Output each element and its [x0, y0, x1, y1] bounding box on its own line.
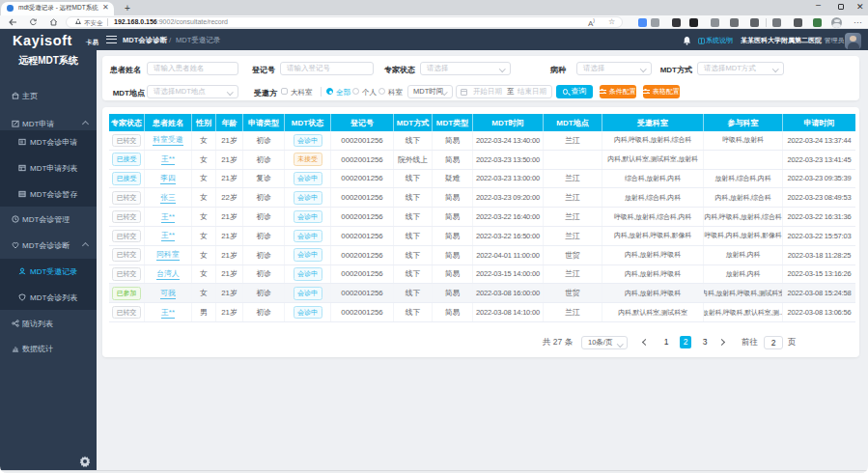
sidebar-item-shield[interactable]: MDT会诊列表: [0, 284, 97, 310]
patient-name-link[interactable]: 李四: [160, 173, 176, 184]
column-header[interactable]: MDT时间: [473, 114, 544, 131]
table-cell: 女: [192, 246, 216, 264]
patient-name-link[interactable]: 王**: [161, 211, 175, 223]
window-restore-button[interactable]: [838, 4, 844, 10]
table-row[interactable]: 已转交王**女21岁初诊会诊中0002001256线下简易2022-03-22 …: [109, 227, 855, 246]
read-aloud-icon[interactable]: A): [588, 17, 595, 28]
extension-icon[interactable]: [672, 18, 681, 27]
tab-close-icon[interactable]: ✕: [102, 3, 109, 12]
condition-config-button[interactable]: 条件配置: [600, 85, 636, 98]
extension-icon[interactable]: [813, 18, 822, 27]
table-row[interactable]: 已转交张三女22岁初诊会诊中0002001256线下简易2022-03-23 0…: [109, 188, 855, 208]
browser-menu-icon[interactable]: ⋯: [854, 17, 862, 27]
big-dept-checkbox-label[interactable]: 大科室: [291, 88, 313, 97]
back-icon[interactable]: [9, 18, 17, 26]
extension-icon[interactable]: [689, 18, 698, 27]
sidebar-item-rows[interactable]: MDT会诊暂存: [0, 181, 97, 208]
date-range-input[interactable]: 开始日期 至 结束日期: [456, 85, 552, 98]
radio-dept[interactable]: [378, 88, 385, 95]
disease-select[interactable]: 请选择: [576, 62, 652, 75]
window-close-button[interactable]: ✕: [856, 2, 864, 12]
table-row[interactable]: 已转交同科室女21岁初诊会诊中0002001256线下简易2022-04-01 …: [109, 246, 855, 265]
radio-personal[interactable]: [352, 88, 359, 95]
big-dept-checkbox[interactable]: [281, 88, 288, 95]
column-header[interactable]: MDT地点: [544, 114, 602, 131]
table-cell: 会诊中: [285, 208, 331, 226]
radio-dept-label[interactable]: 科室: [388, 88, 403, 97]
column-header[interactable]: 参与科室: [704, 114, 783, 131]
column-header[interactable]: MDT方式: [394, 114, 433, 131]
extension-icon[interactable]: [772, 18, 781, 27]
sidebar-item-heart[interactable]: MDT会诊诊断: [0, 233, 97, 259]
patient-name-link[interactable]: 王**: [161, 153, 175, 165]
extension-icon[interactable]: [730, 18, 739, 27]
page-number-2[interactable]: 2: [680, 336, 691, 348]
patient-name-link[interactable]: 台湾人: [156, 268, 179, 280]
table-row[interactable]: 已转交科室受邀女21岁初诊会诊中0002001256线下简易2022-03-24…: [109, 131, 855, 151]
patient-name-link[interactable]: 科室受邀: [153, 134, 182, 146]
page-number-3[interactable]: 3: [699, 337, 711, 347]
extension-icon[interactable]: [750, 18, 759, 27]
sidebar-item-chart[interactable]: 数据统计: [0, 336, 97, 362]
table-row[interactable]: 已接受王**女21岁初诊未接受0002001256院外线上简易2022-03-2…: [109, 151, 855, 170]
column-header[interactable]: MDT类型: [433, 114, 473, 131]
table-cell: 已转交: [109, 208, 145, 226]
sidebar-item-form[interactable]: MDT会诊申请: [0, 129, 97, 155]
sidebar-item-user[interactable]: MDT受邀记录: [0, 259, 97, 285]
patient-name-input[interactable]: 请输入患者姓名: [147, 62, 238, 75]
patient-name-link[interactable]: 同科室: [156, 249, 179, 261]
expert-status-select[interactable]: 请选择: [420, 62, 511, 75]
home-icon[interactable]: [49, 18, 58, 26]
reg-no-input[interactable]: 请输入登记号: [280, 62, 374, 75]
table-row[interactable]: 已接受李四女21岁复诊会诊中0002001256线下疑难2022-03-23 1…: [109, 170, 855, 189]
radio-personal-label[interactable]: 个人: [362, 88, 377, 97]
patient-name-link[interactable]: 张三: [160, 192, 176, 204]
table-row[interactable]: 已参加可我女21岁初诊会诊中0002001256线下简易2022-03-08 1…: [109, 284, 855, 303]
time-type-select[interactable]: MDT时间: [407, 85, 453, 98]
search-button[interactable]: 查询: [556, 85, 593, 98]
system-info-link[interactable]: 系统说明: [706, 36, 733, 45]
column-header[interactable]: 性别: [192, 114, 216, 131]
column-header[interactable]: MDT状态: [285, 114, 331, 131]
patient-name-link[interactable]: 可我: [160, 288, 176, 299]
sidebar-collapse-icon[interactable]: [106, 36, 117, 44]
patient-name-link[interactable]: 王**: [161, 230, 175, 241]
settings-gear-icon[interactable]: [79, 454, 91, 465]
extension-icon[interactable]: [638, 18, 647, 27]
table-row[interactable]: 已转交王**女21岁初诊会诊中0002001256线下简易2022-03-22 …: [109, 208, 855, 227]
extension-icon[interactable]: [794, 18, 802, 27]
column-header[interactable]: 登记号: [331, 114, 394, 131]
column-header[interactable]: 专家状态: [109, 114, 145, 131]
browser-profile-avatar[interactable]: [831, 17, 842, 28]
extension-icon[interactable]: [651, 18, 659, 27]
radio-all[interactable]: [326, 88, 333, 95]
table-cell: 0002001256: [331, 151, 394, 169]
column-header[interactable]: 申请类型: [243, 114, 285, 131]
favorite-star-icon[interactable]: ☆: [608, 17, 615, 26]
goto-page-input[interactable]: 2: [764, 336, 783, 349]
mdt-mode-select[interactable]: 请选择MDT方式: [697, 62, 784, 75]
bell-icon[interactable]: [683, 36, 691, 45]
column-header[interactable]: 年龄: [216, 114, 243, 131]
user-avatar[interactable]: [845, 33, 861, 49]
page-size-select[interactable]: 10条/页: [581, 336, 628, 349]
window-minimize-button[interactable]: –: [816, 0, 821, 10]
sidebar-item-clock[interactable]: MDT会诊管理: [0, 207, 97, 233]
page-number-1[interactable]: 1: [660, 337, 672, 347]
sidebar-item-share[interactable]: 随访列表: [0, 310, 97, 336]
patient-name-link[interactable]: 王**: [161, 307, 175, 319]
column-header[interactable]: 申请时间: [783, 114, 855, 131]
extension-icon[interactable]: [711, 18, 719, 27]
mdt-place-select[interactable]: 请选择MDT地点: [147, 85, 238, 98]
table-row[interactable]: 已转交王**男21岁初诊会诊中0002001256线下简易2022-03-08 …: [109, 303, 855, 322]
refresh-icon[interactable]: [29, 18, 38, 26]
radio-all-label[interactable]: 全部: [336, 88, 350, 97]
sidebar-item-list[interactable]: MDT申请列表: [0, 155, 97, 181]
table-row[interactable]: 已转交台湾人女21岁初诊会诊中0002001256线下简易2022-03-15 …: [109, 265, 855, 285]
column-header[interactable]: 患者姓名: [145, 114, 192, 131]
new-tab-button[interactable]: +: [125, 3, 130, 14]
security-label[interactable]: 不安全: [84, 19, 103, 28]
table-config-button[interactable]: 表格配置: [643, 85, 680, 98]
column-header[interactable]: 受邀科室: [602, 114, 704, 131]
sidebar-item-home[interactable]: 主页: [0, 83, 97, 109]
